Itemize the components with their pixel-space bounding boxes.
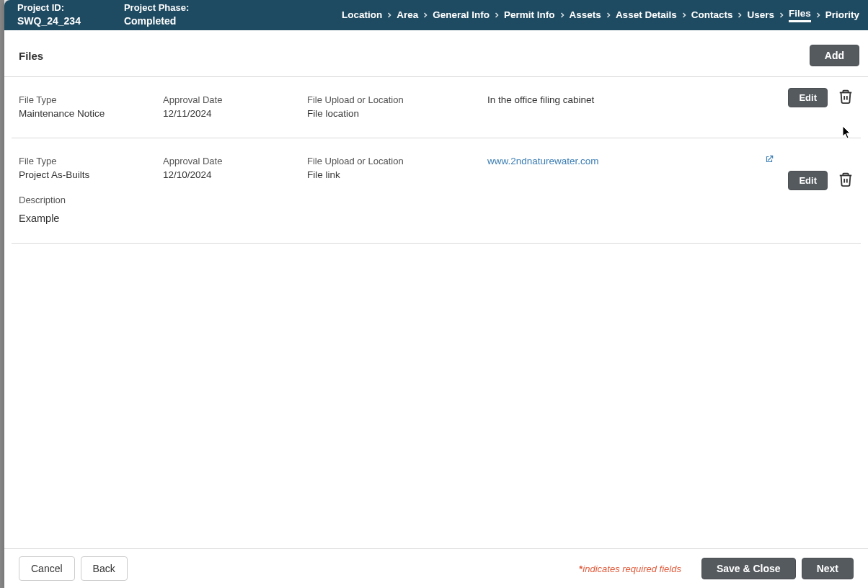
upload-kind-value: File location <box>307 108 487 119</box>
chevron-right-icon <box>385 11 394 19</box>
project-phase-block: Project Phase: Completed <box>124 2 189 27</box>
project-id-label: Project ID: <box>17 2 81 14</box>
breadcrumb-item-assets[interactable]: Assets <box>570 9 601 22</box>
row-actions: Edit <box>788 170 855 191</box>
add-button[interactable]: Add <box>810 45 859 66</box>
next-button[interactable]: Next <box>802 558 854 579</box>
breadcrumb-item-priority[interactable]: Priority <box>825 9 859 22</box>
delete-button[interactable] <box>836 87 855 108</box>
project-info: Project ID: SWQ_24_234 Project Phase: Co… <box>17 2 189 27</box>
file-type-label: File Type <box>19 156 163 166</box>
file-row: File Type Maintenance Notice Approval Da… <box>12 77 861 138</box>
file-link[interactable]: www.2ndnaturewater.com <box>487 156 861 166</box>
breadcrumb-item-general-info[interactable]: General Info <box>433 9 490 22</box>
chevron-right-icon <box>814 11 823 19</box>
save-close-button[interactable]: Save & Close <box>701 558 796 579</box>
file-upload-location-label: File Upload or Location <box>307 156 487 166</box>
breadcrumb: LocationAreaGeneral InfoPermit InfoAsset… <box>342 8 859 22</box>
section-header: Files Add <box>4 30 868 77</box>
breadcrumb-item-area[interactable]: Area <box>397 9 418 22</box>
trash-icon <box>838 96 854 107</box>
topbar: Project ID: SWQ_24_234 Project Phase: Co… <box>4 0 868 30</box>
upload-kind-value: File link <box>307 169 487 180</box>
approval-date-value: 12/10/2024 <box>163 169 307 180</box>
breadcrumb-item-files[interactable]: Files <box>789 8 811 22</box>
files-list: File Type Maintenance Notice Approval Da… <box>4 77 868 244</box>
description-block: Description Example <box>19 195 861 224</box>
chevron-right-icon <box>492 11 501 19</box>
project-phase-label: Project Phase: <box>124 2 189 14</box>
required-note-text: indicates required fields <box>583 564 681 574</box>
file-type-label: File Type <box>19 94 163 105</box>
project-id-block: Project ID: SWQ_24_234 <box>17 2 81 27</box>
page-title: Files <box>19 50 43 62</box>
footer: Cancel Back *indicates required fields S… <box>4 548 868 588</box>
chevron-right-icon <box>604 11 613 19</box>
breadcrumb-item-asset-details[interactable]: Asset Details <box>616 9 677 22</box>
required-fields-note: *indicates required fields <box>579 564 681 574</box>
approval-date-label: Approval Date <box>163 94 307 105</box>
chevron-right-icon <box>680 11 688 19</box>
file-upload-location-label: File Upload or Location <box>307 94 487 105</box>
file-row: File Type Project As-Builts Approval Dat… <box>12 138 861 244</box>
breadcrumb-item-location[interactable]: Location <box>342 9 382 22</box>
project-phase-value: Completed <box>124 14 189 27</box>
file-type-value: Project As-Builts <box>19 169 163 180</box>
back-button[interactable]: Back <box>81 556 128 581</box>
trash-icon <box>838 179 854 190</box>
edit-button[interactable]: Edit <box>788 88 828 107</box>
project-modal: Project ID: SWQ_24_234 Project Phase: Co… <box>4 0 868 588</box>
description-label: Description <box>19 195 861 205</box>
chevron-right-icon <box>421 11 430 19</box>
cancel-button[interactable]: Cancel <box>19 556 75 581</box>
external-link-icon[interactable] <box>764 154 774 166</box>
description-value: Example <box>19 213 861 224</box>
file-type-value: Maintenance Notice <box>19 108 163 119</box>
delete-button[interactable] <box>836 170 855 191</box>
chevron-right-icon <box>777 11 786 19</box>
chevron-right-icon <box>558 11 567 19</box>
edit-button[interactable]: Edit <box>788 171 828 190</box>
breadcrumb-item-users[interactable]: Users <box>747 9 774 22</box>
project-id-value: SWQ_24_234 <box>17 14 81 27</box>
breadcrumb-item-contacts[interactable]: Contacts <box>691 9 733 22</box>
approval-date-label: Approval Date <box>163 156 307 166</box>
chevron-right-icon <box>735 11 744 19</box>
approval-date-value: 12/11/2024 <box>163 108 307 119</box>
breadcrumb-item-permit-info[interactable]: Permit Info <box>504 9 555 22</box>
row-actions: Edit <box>788 87 855 108</box>
